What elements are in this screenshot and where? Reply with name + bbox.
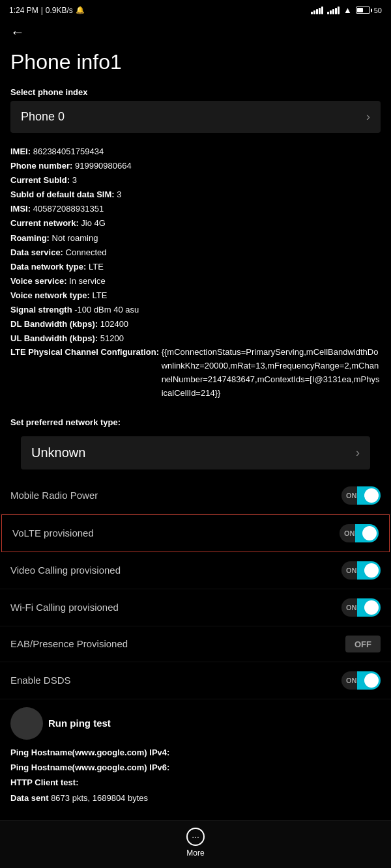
signal-bars-1 [311,7,323,14]
http-client-label: HTTP Client test: [10,777,79,787]
network-type-section: Set preferred network type: Unknown › [0,410,391,472]
imsi-row: IMSI: 405872088931351 [10,202,381,216]
signal-strength-row: Signal strength -100 dBm 40 asu [10,303,381,317]
current-network-row: Current network: Jio 4G [10,216,381,231]
voice-network-type-value: LTE [92,290,107,300]
subid-value: 3 [72,175,77,185]
status-bar: 1:24 PM | 0.9KB/s 🔔 ▲ 50 [0,0,391,18]
roaming-label: Roaming: [10,233,50,243]
ping-details: Ping Hostname(www.google.com) IPv4: Ping… [10,745,381,806]
lte-config-row: LTE Physical Channel Configuration: {{mC… [10,346,381,400]
back-button[interactable]: ← [0,18,35,45]
phone-number-row: Phone number: 919990980664 [10,159,381,173]
toggle-label-enable-dsds: Enable DSDS [10,675,71,686]
toggle-label-video-calling: Video Calling provisioned [10,565,121,576]
toggle-off-text-eab: OFF [355,639,371,649]
imei-value: 862384051759434 [33,147,104,156]
toggle-row-video-calling[interactable]: Video Calling provisioned ON [0,552,391,589]
ping-avatar [10,707,43,740]
imsi-value: 405872088931351 [33,204,104,214]
toggle-knob-wifi [364,600,379,615]
imei-row: IMEI: 862384051759434 [10,145,381,159]
lte-config-label: LTE Physical Channel Configuration: [10,346,159,359]
toggle-row-eab-presence[interactable]: EAB/Presence Provisioned OFF [0,626,391,662]
signal-strength-data: -100 dBm 40 asu [74,305,139,315]
data-network-type-label: Data network type: [10,262,86,272]
data-network-type-row: Data network type: LTE [10,260,381,274]
phone-number-label: Phone number: [10,161,72,171]
toggle-row-volte-provisioned[interactable]: VoLTE provisioned ON [1,514,390,552]
data-service-row: Data service: Connected [10,245,381,260]
phone-selector-value: Phone 0 [21,110,65,124]
phone-number-value: 919990980664 [75,161,132,171]
speed-display: | [41,6,43,15]
toggle-switch-enable-dsds[interactable]: ON [328,671,381,690]
toggle-row-wifi-calling[interactable]: Wi-Fi Calling provisioned ON [0,589,391,626]
toggle-knob-video [364,563,379,578]
voice-service-row: Voice service: In service [10,274,381,288]
ping-ipv6-row: Ping Hostname(www.google.com) IPv6: [10,760,381,775]
ul-bandwidth-label: UL Bandwidth (kbps): [10,333,98,343]
roaming-value: Not roaming [52,233,98,243]
network-type-selector[interactable]: Unknown › [21,436,370,469]
more-nav-item[interactable]: ··· More [186,828,205,858]
subid-row: Current SubId: 3 [10,173,381,188]
toggle-switch-eab-presence[interactable]: OFF [328,636,381,652]
toggle-knob-dsds [364,673,379,688]
toggle-section: Mobile Radio Power ON VoLTE provisioned … [0,477,391,699]
voice-service-value: In service [69,276,106,286]
dl-bandwidth-label: DL Bandwidth (kbps): [10,319,98,329]
voice-network-type-label: Voice network type: [10,290,90,300]
data-service-label: Data service: [10,247,63,257]
network-type-label: Set preferred network type: [10,415,381,431]
ping-title: Run ping test [48,718,111,729]
imsi-label: IMSI: [10,204,31,214]
status-left: 1:24 PM | 0.9KB/s 🔔 [9,6,85,15]
data-sent-value: 8673 pkts, 1689804 bytes [51,793,148,803]
dl-bandwidth-value: 102400 [100,319,128,329]
subid-label: Current SubId: [10,175,70,185]
data-sent-label: Data sent [10,793,51,803]
lte-config-value: {{mConnectionStatus=PrimaryServing,mCell… [162,346,381,400]
phone-index-label: Select phone index [0,85,391,101]
toggle-label-eab-presence: EAB/Presence Provisioned [10,638,128,649]
phone-selector[interactable]: Phone 0 › [10,101,381,133]
ping-section: Run ping test Ping Hostname(www.google.c… [0,699,391,814]
data-network-type-value: LTE [89,262,104,272]
toggle-label-volte-provisioned: VoLTE provisioned [12,527,94,539]
toggle-knob-volte [362,526,377,540]
ping-ipv4-label: Ping Hostname(www.google.com) IPv4: [10,748,169,757]
dl-bandwidth-row: DL Bandwidth (kbps): 102400 [10,317,381,331]
toggle-switch-video-calling[interactable]: ON [328,561,381,580]
toggle-row-enable-dsds[interactable]: Enable DSDS ON [0,662,391,699]
toggle-on-text-mobile: ON [346,492,357,499]
ping-ipv4-row: Ping Hostname(www.google.com) IPv4: [10,745,381,760]
battery-level: 50 [374,7,382,14]
toggle-on-text-volte: ON [344,529,355,537]
voice-network-type-row: Voice network type: LTE [10,288,381,303]
data-service-value: Connected [66,247,107,257]
current-network-label: Current network: [10,218,79,228]
more-nav-label: More [186,848,204,858]
toggle-row-mobile-radio-power[interactable]: Mobile Radio Power ON [0,477,391,514]
voice-service-label: Voice service: [10,276,66,286]
time-display: 1:24 PM [9,6,38,15]
toggle-on-text-wifi: ON [346,604,357,611]
toggle-switch-volte-provisioned[interactable]: ON [326,524,379,542]
http-client-row: HTTP Client test: [10,775,381,790]
data-sent-row: Data sent 8673 pkts, 1689804 bytes [10,791,381,805]
wifi-icon: ▲ [343,5,352,15]
ping-header[interactable]: Run ping test [10,707,381,740]
page-title: Phone info1 [0,45,391,85]
network-type-value: Unknown [31,445,85,460]
alarm-icon: 🔔 [76,6,85,14]
toggle-switch-wifi-calling[interactable]: ON [328,598,381,617]
current-network-value: Jio 4G [81,218,106,228]
signal-bars-2 [327,7,340,14]
toggle-switch-mobile-radio-power[interactable]: ON [328,486,381,505]
toggle-knob-mobile [364,488,379,503]
toggle-label-wifi-calling: Wi-Fi Calling provisioned [10,602,119,613]
toggle-label-mobile-radio-power: Mobile Radio Power [10,490,98,501]
phone-info-block: IMEI: 862384051759434 Phone number: 9199… [0,141,391,410]
chevron-right-icon: › [366,110,370,124]
